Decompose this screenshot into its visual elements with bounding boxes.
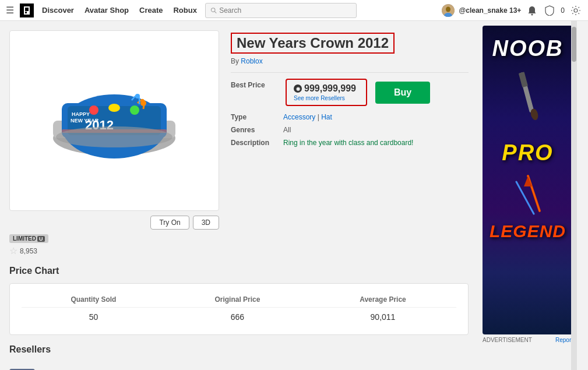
svg-rect-32	[518, 72, 527, 87]
original-price-value: 666	[166, 308, 309, 327]
svg-point-25	[56, 126, 172, 147]
badge-row: LIMITED U	[9, 234, 219, 243]
limited-badge: LIMITED U	[9, 234, 48, 243]
svg-line-5	[214, 11, 216, 13]
robux-count: 0	[561, 6, 565, 15]
best-price-label: Best Price	[231, 79, 277, 89]
type-hat-link[interactable]: Hat	[321, 113, 332, 121]
price-box[interactable]: ◉ 999,999,999 See more Resellers	[286, 79, 367, 106]
main-content: 2012 HAPPY NEW YEAR	[0, 21, 478, 370]
ad-knife-image	[505, 66, 551, 136]
try-on-button[interactable]: Try On	[150, 216, 189, 230]
col-average-price: Average Price	[309, 292, 456, 308]
resellers-section: Resellers Yackyndack - Serial #28 of 50	[9, 344, 469, 370]
nav-avatar-shop[interactable]: Avatar Shop	[82, 6, 131, 15]
page-layout: 2012 HAPPY NEW YEAR	[0, 21, 588, 370]
advertisement-column: NOOB PRO LEGEND ADVERTISEMENT Report	[478, 21, 571, 370]
crown-svg: 2012 HAPPY NEW YEAR	[41, 68, 187, 173]
report-link[interactable]: Report	[555, 337, 573, 343]
svg-point-24	[135, 94, 140, 98]
item-image-column: 2012 HAPPY NEW YEAR	[9, 30, 219, 256]
svg-point-16	[89, 105, 98, 115]
svg-point-23	[140, 100, 146, 106]
price-row: Best Price ◉ 999,999,999 See more Resell…	[231, 79, 469, 106]
resellers-title: Resellers	[9, 344, 469, 355]
user-avatar[interactable]	[442, 4, 455, 17]
scrollbar-thumb[interactable]	[572, 27, 576, 62]
svg-rect-2	[25, 8, 29, 11]
roblox-logo[interactable]	[20, 3, 34, 17]
shield-icon[interactable]	[543, 4, 556, 17]
settings-icon[interactable]	[569, 4, 582, 17]
item-section: 2012 HAPPY NEW YEAR	[9, 30, 469, 256]
svg-point-10	[574, 9, 578, 12]
col-quantity-sold: Quantity Sold	[22, 292, 166, 308]
item-image-box: 2012 HAPPY NEW YEAR	[9, 30, 219, 211]
nav-robux[interactable]: Robux	[171, 6, 199, 15]
three-d-button[interactable]: 3D	[193, 216, 219, 230]
svg-point-9	[531, 13, 533, 15]
type-accessory-link[interactable]: Accessory	[283, 113, 315, 121]
item-details-column: New Years Crown 2012 By Roblox Best Pric…	[231, 30, 469, 256]
item-buttons: Try On 3D	[9, 216, 219, 230]
nav-discover[interactable]: Discover	[40, 6, 76, 15]
nav-right: @clean_snake 13+ 0	[442, 4, 582, 17]
price-chart-title: Price Chart	[9, 266, 469, 276]
price-amount: ◉ 999,999,999	[294, 83, 359, 94]
svg-text:NEW YEAR: NEW YEAR	[71, 118, 99, 124]
scrollbar[interactable]	[571, 21, 577, 370]
username-display: @clean_snake 13+	[459, 6, 522, 15]
genres-row: Genres All	[231, 126, 469, 134]
unique-badge: U	[37, 236, 45, 242]
ad-noob-text: NOOB	[492, 36, 564, 61]
svg-point-7	[446, 6, 450, 12]
svg-point-18	[108, 104, 120, 112]
nav-create[interactable]: Create	[137, 6, 165, 15]
svg-rect-3	[25, 12, 27, 13]
ad-legend-text: LEGEND	[490, 221, 566, 241]
description-row: Description Ring in the year with class …	[231, 139, 469, 147]
svg-point-4	[211, 8, 215, 12]
item-creator: By Roblox	[231, 57, 469, 65]
quantity-sold-value: 50	[22, 308, 166, 327]
navbar: ☰ Discover Avatar Shop Create Robux @cle…	[0, 0, 588, 21]
buy-button[interactable]: Buy	[375, 82, 430, 104]
star-icon[interactable]: ☆	[9, 245, 17, 256]
search-box[interactable]	[205, 3, 357, 18]
description-value: Ring in the year with class and cardboar…	[283, 139, 413, 147]
svg-text:HAPPY: HAPPY	[72, 111, 90, 117]
notifications-icon[interactable]	[526, 4, 538, 17]
crown-image: 2012 HAPPY NEW YEAR	[10, 31, 219, 210]
price-chart-row: 50 666 90,011	[22, 308, 456, 327]
search-input[interactable]	[219, 6, 351, 15]
ad-footer: ADVERTISEMENT Report	[483, 337, 573, 343]
col-original-price: Original Price	[166, 292, 309, 308]
hamburger-menu[interactable]: ☰	[6, 5, 14, 16]
average-price-value: 90,011	[309, 308, 456, 327]
advertisement-label: ADVERTISEMENT	[483, 337, 532, 343]
divider	[231, 72, 469, 73]
ad-pro-text: PRO	[502, 140, 553, 165]
creator-link[interactable]: Roblox	[241, 57, 262, 65]
genres-value: All	[283, 126, 291, 134]
robux-icon: ◉	[294, 84, 302, 93]
ad-arrows-image	[502, 170, 554, 217]
genres-label: Genres	[231, 126, 283, 134]
type-label: Type	[231, 113, 283, 121]
price-chart-table: Quantity Sold Original Price Average Pri…	[22, 292, 456, 326]
advertisement-box[interactable]: NOOB PRO LEGEND	[483, 26, 573, 334]
see-more-resellers[interactable]: See more Resellers	[294, 95, 359, 101]
type-row: Type Accessory | Hat	[231, 113, 469, 121]
type-value: Accessory | Hat	[283, 113, 332, 121]
price-chart-card: Quantity Sold Original Price Average Pri…	[9, 283, 469, 335]
reseller-item: Yackyndack - Serial #28 of 50 ◉ 999,999,…	[9, 362, 469, 370]
description-label: Description	[231, 139, 283, 147]
price-chart-section: Price Chart Quantity Sold Original Price…	[9, 266, 469, 335]
svg-point-17	[130, 105, 139, 115]
rating-count: 8,953	[20, 247, 37, 255]
rating-row: ☆ 8,953	[9, 245, 219, 256]
item-title: New Years Crown 2012	[231, 33, 395, 54]
